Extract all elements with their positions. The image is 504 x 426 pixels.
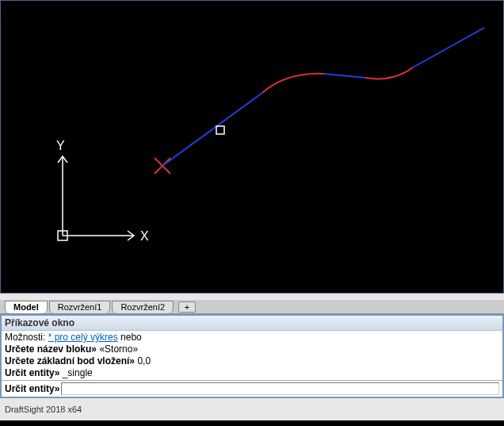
drawing-viewport[interactable]: X Y: [0, 0, 504, 294]
divider-strip: [0, 294, 504, 300]
command-history: Možnosti: * pro celý výkres nebo Určete …: [2, 331, 502, 380]
command-input-row: Určit entity»: [2, 380, 502, 397]
drawing-canvas: X Y: [1, 1, 504, 294]
command-window: Příkazové okno Možnosti: * pro celý výkr…: [0, 314, 504, 398]
axis-x-label: X: [140, 229, 149, 243]
tab-layout1[interactable]: Rozvržení1: [49, 301, 111, 313]
status-bar: DraftSight 2018 x64: [0, 398, 504, 420]
arc-entity-1: [262, 74, 324, 93]
tab-model[interactable]: Model: [5, 301, 48, 313]
layout-tabs-bar: Model Rozvržení1 Rozvržení2 +: [0, 300, 504, 314]
line-entity-1: [162, 93, 262, 166]
command-input[interactable]: [61, 382, 499, 395]
tab-add-button[interactable]: +: [178, 301, 196, 313]
tab-layout2[interactable]: Rozvržení2: [112, 301, 174, 313]
axis-y-label: Y: [56, 139, 65, 152]
command-prompt: Určit entity»: [5, 383, 59, 394]
option-link-all[interactable]: * pro celý výkres: [48, 332, 118, 343]
command-window-title: Příkazové okno: [2, 316, 502, 331]
arc-entity-2: [365, 67, 413, 79]
status-text: DraftSight 2018 x64: [5, 405, 82, 414]
line-entity-3: [413, 28, 484, 67]
pickbox-cursor: [216, 126, 224, 134]
line-entity-2: [324, 74, 365, 78]
